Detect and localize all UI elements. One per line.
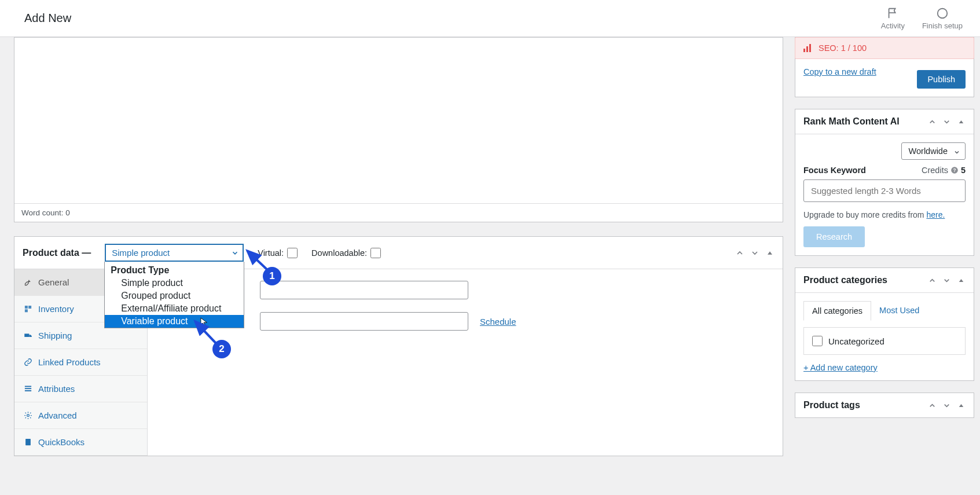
copy-to-draft-link[interactable]: Copy to a new draft (803, 67, 876, 76)
product-data-panel: Product data — Simple product Product Ty… (14, 236, 783, 456)
virtual-checkbox-group[interactable]: Virtual: (258, 248, 298, 258)
chevron-down-icon (231, 249, 239, 257)
option-variable[interactable]: Variable product (105, 315, 244, 328)
triangle-up-icon[interactable] (957, 118, 966, 126)
upgrade-link[interactable]: here. (926, 210, 945, 219)
top-bar: Add New Activity Finish setup (0, 0, 980, 37)
product-type-dropdown: Product Type Simple product Grouped prod… (104, 262, 244, 328)
svg-rect-4 (25, 386, 31, 387)
select-group-label: Product Type (105, 262, 244, 277)
help-icon[interactable]: ? (950, 166, 959, 174)
page-title: Add New (24, 12, 71, 25)
chevron-down-icon[interactable] (750, 248, 759, 258)
finish-setup-button[interactable]: Finish setup (922, 7, 963, 30)
tab-advanced[interactable]: Advanced (14, 402, 147, 429)
product-data-title: Product data — (23, 248, 91, 258)
option-external[interactable]: External/Affiliate product (105, 302, 244, 315)
virtual-checkbox[interactable] (287, 248, 298, 258)
rankmath-panel: Rank Math Content AI Worldwide Focus Key… (795, 109, 974, 256)
chevron-up-icon[interactable] (735, 248, 744, 258)
sale-price-input[interactable] (260, 312, 468, 331)
schedule-link[interactable]: Schedule (480, 317, 516, 327)
svg-rect-6 (25, 390, 31, 391)
option-grouped[interactable]: Grouped product (105, 289, 244, 302)
chevron-down-icon[interactable] (942, 118, 951, 126)
svg-point-0 (938, 8, 948, 18)
svg-rect-9 (803, 49, 805, 52)
annotation-badge-1: 1 (263, 267, 281, 285)
document-icon (24, 438, 32, 446)
publish-panel: SEO: 1 / 100 Copy to a new draft Publish (795, 37, 974, 97)
gear-icon (24, 411, 32, 420)
cat-tab-most-used[interactable]: Most Used (871, 301, 927, 321)
svg-rect-11 (809, 44, 811, 52)
svg-rect-10 (806, 46, 808, 52)
category-uncategorized[interactable]: Uncategorized (812, 336, 957, 346)
research-button[interactable]: Research (803, 226, 865, 247)
seo-badge: SEO: 1 / 100 (795, 37, 974, 59)
svg-rect-3 (24, 333, 29, 337)
tags-panel: Product tags (795, 393, 974, 418)
flag-icon (886, 7, 899, 20)
chevron-up-icon[interactable] (928, 276, 937, 285)
category-list: Uncategorized (803, 327, 966, 355)
regular-price-input[interactable] (260, 281, 468, 299)
annotation-badge-2: 2 (212, 340, 231, 358)
product-type-select[interactable]: Simple product Product Type Simple produ… (105, 244, 244, 262)
option-simple[interactable]: Simple product (105, 277, 244, 289)
publish-button[interactable]: Publish (917, 70, 966, 89)
rankmath-title: Rank Math Content AI (803, 116, 900, 127)
svg-rect-5 (25, 388, 31, 389)
tab-linked[interactable]: Linked Products (14, 349, 147, 376)
chevron-up-icon[interactable] (928, 118, 937, 126)
svg-point-7 (27, 415, 30, 417)
svg-rect-8 (25, 439, 31, 445)
wrench-icon (24, 278, 32, 287)
chevron-down-icon (953, 149, 960, 156)
cursor-icon (200, 317, 208, 328)
chevron-up-icon[interactable] (928, 401, 937, 410)
triangle-up-icon[interactable] (765, 248, 775, 258)
editor-panel: Word count: 0 (14, 37, 783, 222)
categories-title: Product categories (803, 275, 887, 285)
chart-icon (803, 44, 814, 52)
list-icon (24, 384, 32, 393)
cat-tab-all[interactable]: All categories (803, 301, 871, 321)
editor-body[interactable] (14, 38, 783, 203)
tags-title: Product tags (803, 400, 860, 410)
circle-icon (936, 7, 949, 20)
categories-panel: Product categories All categories Most U… (795, 267, 974, 381)
triangle-up-icon[interactable] (957, 401, 966, 410)
uncategorized-checkbox[interactable] (812, 336, 823, 346)
focus-keyword-input[interactable] (803, 179, 966, 202)
activity-button[interactable]: Activity (881, 7, 905, 30)
chevron-down-icon[interactable] (942, 401, 951, 410)
focus-keyword-label: Focus Keyword (803, 166, 866, 175)
triangle-up-icon[interactable] (957, 276, 966, 285)
downloadable-checkbox[interactable] (370, 248, 381, 258)
tab-attributes[interactable]: Attributes (14, 376, 147, 402)
link-icon (24, 358, 32, 366)
add-category-link[interactable]: + Add new category (803, 363, 878, 372)
word-count: Word count: 0 (14, 203, 783, 222)
inventory-icon (24, 305, 32, 313)
worldwide-select[interactable]: Worldwide (901, 142, 966, 160)
truck-icon (24, 331, 32, 340)
tab-quickbooks[interactable]: QuickBooks (14, 429, 147, 456)
topbar-actions: Activity Finish setup (881, 7, 963, 30)
chevron-down-icon[interactable] (942, 276, 951, 285)
svg-text:?: ? (953, 168, 956, 173)
downloadable-checkbox-group[interactable]: Downloadable: (311, 248, 381, 258)
